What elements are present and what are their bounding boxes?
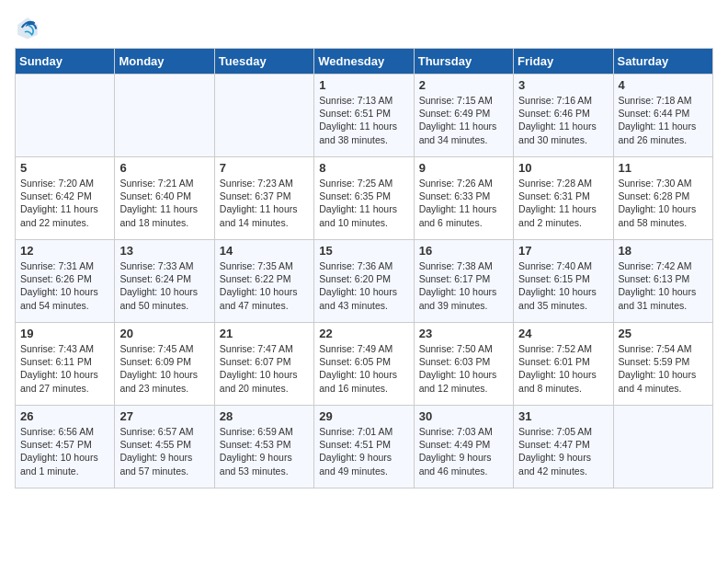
day-info: Sunrise: 7:54 AM Sunset: 5:59 PM Dayligh…: [619, 343, 697, 394]
calendar-cell: 3Sunrise: 7:16 AM Sunset: 6:46 PM Daylig…: [514, 75, 613, 157]
day-number: 29: [319, 409, 408, 423]
calendar-header: SundayMondayTuesdayWednesdayThursdayFrid…: [16, 49, 713, 75]
weekday-header-monday: Monday: [115, 49, 214, 75]
day-number: 22: [319, 327, 408, 340]
day-number: 4: [619, 78, 708, 92]
day-number: 30: [419, 409, 508, 423]
calendar-cell: [613, 406, 712, 488]
day-number: 7: [220, 161, 309, 175]
calendar-cell: 16Sunrise: 7:38 AM Sunset: 6:17 PM Dayli…: [414, 240, 513, 323]
calendar-cell: 9Sunrise: 7:26 AM Sunset: 6:33 PM Daylig…: [414, 157, 513, 240]
calendar-cell: 21Sunrise: 7:47 AM Sunset: 6:07 PM Dayli…: [214, 323, 313, 406]
weekday-header-tuesday: Tuesday: [214, 49, 313, 75]
weekday-header-wednesday: Wednesday: [314, 49, 414, 75]
day-info: Sunrise: 7:26 AM Sunset: 6:33 PM Dayligh…: [419, 178, 497, 228]
day-number: 31: [518, 409, 608, 423]
logo-icon: [15, 15, 40, 40]
day-info: Sunrise: 7:15 AM Sunset: 6:49 PM Dayligh…: [419, 95, 497, 145]
calendar-cell: 6Sunrise: 7:21 AM Sunset: 6:40 PM Daylig…: [115, 157, 214, 240]
calendar-cell: 28Sunrise: 6:59 AM Sunset: 4:53 PM Dayli…: [214, 406, 313, 488]
day-info: Sunrise: 6:56 AM Sunset: 4:57 PM Dayligh…: [20, 426, 98, 477]
day-info: Sunrise: 7:35 AM Sunset: 6:22 PM Dayligh…: [220, 260, 298, 311]
calendar-cell: 5Sunrise: 7:20 AM Sunset: 6:42 PM Daylig…: [16, 157, 115, 240]
calendar-week-1: 1Sunrise: 7:13 AM Sunset: 6:51 PM Daylig…: [16, 75, 713, 157]
calendar-cell: 24Sunrise: 7:52 AM Sunset: 6:01 PM Dayli…: [514, 323, 613, 406]
page-header: [15, 15, 713, 40]
weekday-header-saturday: Saturday: [613, 49, 712, 75]
day-info: Sunrise: 7:21 AM Sunset: 6:40 PM Dayligh…: [119, 178, 198, 228]
calendar-cell: 2Sunrise: 7:15 AM Sunset: 6:49 PM Daylig…: [414, 75, 513, 157]
day-number: 13: [119, 244, 209, 258]
calendar-cell: 14Sunrise: 7:35 AM Sunset: 6:22 PM Dayli…: [214, 240, 313, 323]
day-info: Sunrise: 7:28 AM Sunset: 6:31 PM Dayligh…: [518, 178, 597, 228]
calendar-cell: 1Sunrise: 7:13 AM Sunset: 6:51 PM Daylig…: [314, 75, 414, 157]
day-number: 17: [518, 244, 608, 258]
day-number: 12: [20, 244, 109, 258]
day-info: Sunrise: 7:40 AM Sunset: 6:15 PM Dayligh…: [518, 260, 597, 311]
day-info: Sunrise: 7:30 AM Sunset: 6:28 PM Dayligh…: [619, 178, 697, 228]
day-number: 1: [319, 78, 408, 92]
weekday-row: SundayMondayTuesdayWednesdayThursdayFrid…: [16, 49, 713, 75]
calendar-cell: 27Sunrise: 6:57 AM Sunset: 4:55 PM Dayli…: [115, 406, 214, 488]
weekday-header-sunday: Sunday: [16, 49, 115, 75]
day-info: Sunrise: 7:31 AM Sunset: 6:26 PM Dayligh…: [20, 260, 98, 311]
day-number: 6: [119, 161, 209, 175]
calendar-week-2: 5Sunrise: 7:20 AM Sunset: 6:42 PM Daylig…: [16, 157, 713, 240]
day-info: Sunrise: 7:50 AM Sunset: 6:03 PM Dayligh…: [419, 343, 497, 394]
day-number: 18: [619, 244, 708, 258]
day-number: 20: [119, 327, 209, 340]
day-number: 3: [518, 78, 608, 92]
weekday-header-thursday: Thursday: [414, 49, 513, 75]
day-number: 10: [518, 161, 608, 175]
calendar-cell: 11Sunrise: 7:30 AM Sunset: 6:28 PM Dayli…: [613, 157, 712, 240]
calendar-cell: 17Sunrise: 7:40 AM Sunset: 6:15 PM Dayli…: [514, 240, 613, 323]
day-info: Sunrise: 6:57 AM Sunset: 4:55 PM Dayligh…: [119, 426, 193, 477]
day-info: Sunrise: 6:59 AM Sunset: 4:53 PM Dayligh…: [220, 426, 293, 477]
calendar-cell: 25Sunrise: 7:54 AM Sunset: 5:59 PM Dayli…: [613, 323, 712, 406]
calendar-cell: [115, 75, 214, 157]
day-number: 27: [119, 409, 209, 423]
calendar-cell: 4Sunrise: 7:18 AM Sunset: 6:44 PM Daylig…: [613, 75, 712, 157]
svg-marker-0: [17, 17, 38, 39]
calendar-cell: 10Sunrise: 7:28 AM Sunset: 6:31 PM Dayli…: [514, 157, 613, 240]
day-info: Sunrise: 7:23 AM Sunset: 6:37 PM Dayligh…: [220, 178, 298, 228]
calendar-cell: 7Sunrise: 7:23 AM Sunset: 6:37 PM Daylig…: [214, 157, 313, 240]
calendar-cell: 29Sunrise: 7:01 AM Sunset: 4:51 PM Dayli…: [314, 406, 414, 488]
calendar-cell: 15Sunrise: 7:36 AM Sunset: 6:20 PM Dayli…: [314, 240, 414, 323]
day-number: 19: [20, 327, 109, 340]
calendar-week-3: 12Sunrise: 7:31 AM Sunset: 6:26 PM Dayli…: [16, 240, 713, 323]
day-number: 28: [220, 409, 309, 423]
day-info: Sunrise: 7:01 AM Sunset: 4:51 PM Dayligh…: [319, 426, 392, 477]
calendar-cell: [16, 75, 115, 157]
day-info: Sunrise: 7:20 AM Sunset: 6:42 PM Dayligh…: [20, 178, 98, 228]
day-info: Sunrise: 7:42 AM Sunset: 6:13 PM Dayligh…: [619, 260, 697, 311]
calendar-cell: [214, 75, 313, 157]
calendar-cell: 18Sunrise: 7:42 AM Sunset: 6:13 PM Dayli…: [613, 240, 712, 323]
calendar-cell: 8Sunrise: 7:25 AM Sunset: 6:35 PM Daylig…: [314, 157, 414, 240]
day-info: Sunrise: 7:47 AM Sunset: 6:07 PM Dayligh…: [220, 343, 298, 394]
calendar-cell: 23Sunrise: 7:50 AM Sunset: 6:03 PM Dayli…: [414, 323, 513, 406]
day-number: 24: [518, 327, 608, 340]
calendar-cell: 19Sunrise: 7:43 AM Sunset: 6:11 PM Dayli…: [16, 323, 115, 406]
calendar-cell: 13Sunrise: 7:33 AM Sunset: 6:24 PM Dayli…: [115, 240, 214, 323]
day-number: 26: [20, 409, 109, 423]
day-info: Sunrise: 7:38 AM Sunset: 6:17 PM Dayligh…: [419, 260, 497, 311]
day-info: Sunrise: 7:49 AM Sunset: 6:05 PM Dayligh…: [319, 343, 397, 394]
day-info: Sunrise: 7:03 AM Sunset: 4:49 PM Dayligh…: [419, 426, 493, 477]
day-number: 5: [20, 161, 109, 175]
day-info: Sunrise: 7:52 AM Sunset: 6:01 PM Dayligh…: [518, 343, 597, 394]
day-info: Sunrise: 7:33 AM Sunset: 6:24 PM Dayligh…: [119, 260, 198, 311]
calendar-cell: 30Sunrise: 7:03 AM Sunset: 4:49 PM Dayli…: [414, 406, 513, 488]
day-info: Sunrise: 7:43 AM Sunset: 6:11 PM Dayligh…: [20, 343, 98, 394]
day-number: 8: [319, 161, 408, 175]
calendar-cell: 12Sunrise: 7:31 AM Sunset: 6:26 PM Dayli…: [16, 240, 115, 323]
calendar-cell: 20Sunrise: 7:45 AM Sunset: 6:09 PM Dayli…: [115, 323, 214, 406]
calendar-cell: 22Sunrise: 7:49 AM Sunset: 6:05 PM Dayli…: [314, 323, 414, 406]
calendar-body: 1Sunrise: 7:13 AM Sunset: 6:51 PM Daylig…: [16, 75, 713, 488]
calendar-cell: 31Sunrise: 7:05 AM Sunset: 4:47 PM Dayli…: [514, 406, 613, 488]
day-info: Sunrise: 7:45 AM Sunset: 6:09 PM Dayligh…: [119, 343, 198, 394]
day-number: 11: [619, 161, 708, 175]
day-number: 21: [220, 327, 309, 340]
calendar-week-5: 26Sunrise: 6:56 AM Sunset: 4:57 PM Dayli…: [16, 406, 713, 488]
day-number: 15: [319, 244, 408, 258]
